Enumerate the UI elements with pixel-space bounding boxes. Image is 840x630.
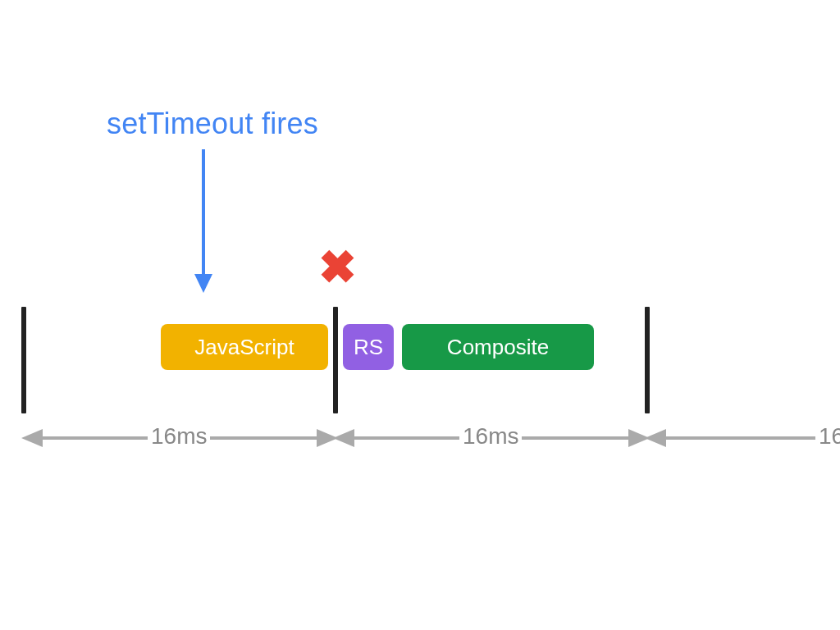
svg-marker-1 [194, 274, 212, 293]
frame-tick-0 [21, 307, 26, 413]
arrow-down-icon [187, 149, 220, 293]
dim-label-2: 16ms [459, 423, 522, 450]
frame-tick-1 [333, 307, 338, 413]
svg-marker-6 [645, 429, 666, 447]
arrow-left-icon [645, 427, 669, 450]
settimeout-label: setTimeout fires [107, 107, 318, 141]
frame-tick-2 [645, 307, 650, 413]
block-rs: RS [343, 324, 394, 370]
dim-label-3: 16 [815, 423, 840, 450]
svg-marker-4 [333, 429, 354, 447]
block-javascript: JavaScript [161, 324, 328, 370]
dim-line-3 [663, 436, 840, 440]
svg-marker-2 [21, 429, 43, 447]
diagram-canvas: setTimeout fires ✖ JavaScript RS Composi… [0, 0, 840, 630]
dim-label-1: 16ms [148, 423, 210, 450]
close-icon: ✖ [318, 244, 357, 290]
arrow-left-icon [333, 427, 358, 450]
arrow-left-icon [21, 427, 46, 450]
block-composite: Composite [402, 324, 594, 370]
